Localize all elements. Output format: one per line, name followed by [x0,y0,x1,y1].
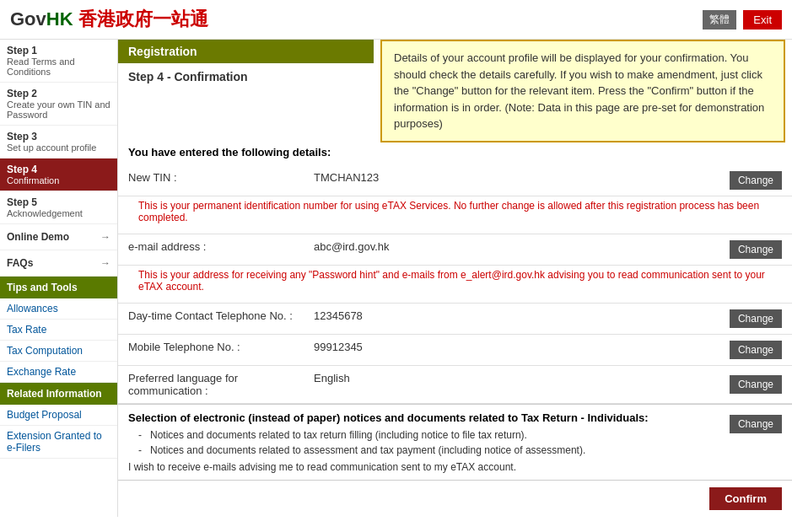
sidebar-item-budget-proposal[interactable]: Budget Proposal [0,405,117,426]
daytime-value: 12345678 [304,303,719,334]
step1-desc: Read Terms and Conditions [7,56,110,77]
language-action: Change [719,365,792,403]
mobile-label: Mobile Telephone No. : [118,334,304,365]
electronic-title: Selection of electronic (instead of pape… [128,411,719,424]
tin-label: New TIN : [118,165,304,196]
electronic-bullet-1: Notices and documents related to tax ret… [138,429,719,441]
header-actions: 繁體 Exit [703,10,782,30]
tooltip-box: Details of your account profile will be … [380,40,785,142]
tin-action: Change [719,165,792,196]
sidebar-item-tax-rate[interactable]: Tax Rate [0,320,117,341]
step3-num: Step 3 [7,131,110,142]
sidebar-item-extension-granted[interactable]: Extension Granted to e-Filers [0,426,117,459]
step4-desc: Confirmation [7,175,110,185]
wish-text: I wish to receive e-mails advising me to… [128,461,719,473]
sidebar-item-step2[interactable]: Step 2 Create your own TIN and Password [0,83,117,126]
related-header: Related Information [0,383,117,405]
sidebar-item-step1[interactable]: Step 1 Read Terms and Conditions [0,40,117,83]
step5-desc: Acknowledgement [7,208,110,218]
details-heading: You have entered the following details: [118,142,792,165]
electronic-row: Selection of electronic (instead of pape… [128,411,782,473]
sidebar-nav-online-demo[interactable]: Online Demo → [0,224,117,250]
step2-desc: Create your own TIN and Password [7,99,110,120]
tin-change-button[interactable]: Change [730,171,782,190]
sidebar-item-step5[interactable]: Step 5 Acknowledgement [0,191,117,224]
header: GovHK 香港政府一站通 繁體 Exit [0,0,792,40]
exit-button[interactable]: Exit [743,10,782,30]
tin-note: This is your permanent identification nu… [128,198,782,228]
sidebar-item-allowances[interactable]: Allowances [0,298,117,320]
faqs-label: FAQs [7,257,33,269]
electronic-bullet-2: Notices and documents related to assessm… [138,444,719,456]
logo-hk: HK [46,8,73,30]
step-title: Step 4 - Confirmation [118,63,374,87]
sidebar-item-tax-computation[interactable]: Tax Computation [0,341,117,362]
sidebar: Step 1 Read Terms and Conditions Step 2 … [0,40,118,517]
email-change-button[interactable]: Change [730,240,782,259]
online-demo-arrow: → [100,231,110,243]
tin-value: TMCHAN123 [304,165,719,196]
logo-gov: Gov [10,8,46,30]
tips-header: Tips and Tools [0,277,117,298]
main-layout: Step 1 Read Terms and Conditions Step 2 … [0,40,792,517]
main-content: Registration Step 4 - Confirmation Detai… [118,40,792,517]
email-value: abc@ird.gov.hk [304,234,719,265]
info-table: New TIN : TMCHAN123 Change This is your … [118,165,792,404]
electronic-action: Change [719,411,782,433]
step5-num: Step 5 [7,196,110,208]
table-row-mobile: Mobile Telephone No. : 99912345 Change [118,334,792,365]
sidebar-item-step4[interactable]: Step 4 Confirmation [0,159,117,191]
logo-chinese: 香港政府一站通 [78,8,208,30]
mobile-value: 99912345 [304,334,719,365]
step1-num: Step 1 [7,45,110,56]
table-row-email-note: This is your address for receiving any "… [118,265,792,303]
logo: GovHK 香港政府一站通 [10,7,208,32]
sidebar-item-exchange-rate[interactable]: Exchange Rate [0,362,117,383]
sidebar-item-step3[interactable]: Step 3 Set up account profile [0,126,117,159]
language-value: English [304,365,719,403]
email-note: This is your address for receiving any "… [128,267,782,298]
step4-num: Step 4 [7,164,110,175]
registration-bar: Registration [118,40,374,63]
daytime-label: Day-time Contact Telephone No. : [118,303,304,334]
language-label: Preferred language for communication : [118,365,304,403]
sidebar-nav-faqs[interactable]: FAQs → [0,250,117,277]
table-row-tin: New TIN : TMCHAN123 Change [118,165,792,196]
electronic-section: Selection of electronic (instead of pape… [118,404,792,480]
electronic-bullets: Notices and documents related to tax ret… [128,429,719,456]
daytime-action: Change [719,303,792,334]
electronic-content: Selection of electronic (instead of pape… [128,411,719,473]
table-row-daytime: Day-time Contact Telephone No. : 1234567… [118,303,792,334]
mobile-action: Change [719,334,792,365]
step3-desc: Set up account profile [7,142,110,153]
table-row-tin-note: This is your permanent identification nu… [118,196,792,234]
online-demo-label: Online Demo [7,231,69,243]
electronic-change-button[interactable]: Change [730,415,782,433]
faqs-arrow: → [100,257,110,269]
confirm-button[interactable]: Confirm [709,487,782,510]
table-row-email: e-mail address : abc@ird.gov.hk Change [118,234,792,265]
step2-num: Step 2 [7,88,110,99]
table-row-language: Preferred language for communication : E… [118,365,792,403]
email-action: Change [719,234,792,265]
language-change-button[interactable]: Change [730,375,782,394]
daytime-change-button[interactable]: Change [730,309,782,328]
confirm-row: Confirm [118,480,792,517]
lang-button[interactable]: 繁體 [703,10,736,30]
email-label: e-mail address : [118,234,304,265]
mobile-change-button[interactable]: Change [730,341,782,359]
